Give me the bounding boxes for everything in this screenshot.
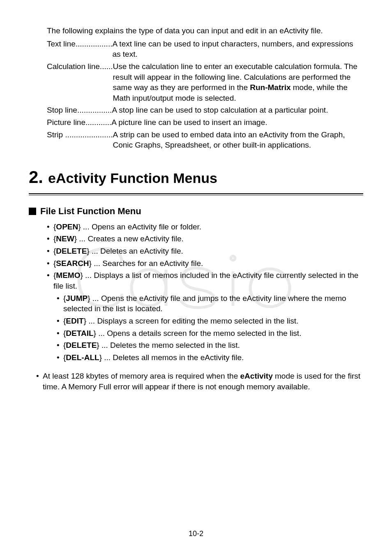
submenu-item-text: {JUMP} ... Opens the eActivity file and …	[63, 293, 363, 314]
section-heading: 2. eActivity Function Menus	[29, 169, 363, 186]
definition-row: Text line.................A text line ca…	[47, 39, 363, 60]
submenu-item: •{DEL-ALL} ... Deletes all memos in the …	[57, 352, 363, 363]
menu-item-text: {NEW} ... Creates a new eActivity file.	[53, 234, 363, 244]
page-number: 10-2	[0, 529, 392, 539]
definition-term: Stop line................	[47, 105, 112, 116]
definition-row: Strip ......................A strip can …	[47, 130, 363, 150]
bullet-icon: •	[57, 340, 63, 351]
bullet-icon: •	[47, 246, 53, 257]
bullet-icon: •	[36, 371, 43, 392]
menu-item: •{SEARCH} ... Searches for an eActivity …	[47, 258, 363, 269]
menu-item-text: {DELETE} ... Deletes an eActivity file.	[53, 246, 363, 257]
menu-item-text: {SEARCH} ... Searches for an eActivity f…	[53, 258, 363, 269]
bullet-icon: •	[57, 293, 63, 314]
menu-item: •{DELETE} ... Deletes an eActivity file.	[47, 246, 363, 257]
subsection-title: File List Function Menu	[40, 205, 141, 217]
menu-item: •{MEMO} ... Displays a list of memos inc…	[47, 270, 363, 291]
section-number: 2.	[29, 169, 43, 186]
bullet-icon: •	[47, 258, 53, 269]
submenu-item-text: {EDIT} ... Displays a screen for editing…	[63, 316, 363, 326]
definitions-block: The following explains the type of data …	[47, 25, 363, 150]
submenu-item-text: {DEL-ALL} ... Deletes all memos in the e…	[63, 352, 363, 363]
definition-description: A picture line can be used to insert an …	[111, 117, 363, 128]
menu-item: •{OPEN} ... Opens an eActivity file or f…	[47, 222, 363, 232]
bullet-icon: •	[47, 222, 53, 232]
submenu-list: •{JUMP} ... Opens the eActivity file and…	[57, 293, 363, 363]
definition-row: Picture line............A picture line c…	[47, 117, 363, 128]
submenu-item: •{JUMP} ... Opens the eActivity file and…	[57, 293, 363, 314]
definition-description: A stop line can be used to stop calculat…	[112, 105, 363, 116]
definition-row: Calculation line......Use the calculatio…	[47, 61, 363, 104]
submenu-item-text: {DETAIL} ... Opens a details screen for …	[63, 328, 363, 339]
definition-term: Strip ......................	[47, 130, 113, 150]
menu-item: •{NEW} ... Creates a new eActivity file.	[47, 234, 363, 244]
divider-thin	[29, 195, 363, 195]
menu-list: •{OPEN} ... Opens an eActivity file or f…	[47, 222, 363, 363]
square-bullet-icon	[29, 208, 36, 215]
bullet-icon: •	[57, 352, 63, 363]
definition-row: Stop line................A stop line can…	[47, 105, 363, 116]
submenu-item: •{DETAIL} ... Opens a details screen for…	[57, 328, 363, 339]
definitions-intro: The following explains the type of data …	[47, 25, 363, 36]
definition-term: Picture line............	[47, 117, 111, 128]
submenu-item-text: {DELETE} ... Deletes the memo selected i…	[63, 340, 363, 351]
definition-description: A strip can be used to embed data into a…	[113, 130, 363, 150]
subsection-heading: File List Function Menu	[29, 205, 363, 217]
section-title: eActivity Function Menus	[48, 171, 217, 186]
footnote-text: At least 128 kbytes of memory area is re…	[43, 371, 363, 392]
footnote: • At least 128 kbytes of memory area is …	[36, 371, 363, 392]
bullet-icon: •	[57, 316, 63, 326]
definition-description: A text line can be used to input charact…	[112, 39, 363, 60]
bullet-icon: •	[57, 328, 63, 339]
definition-term: Text line.................	[47, 39, 112, 60]
menu-item-text: {MEMO} ... Displays a list of memos incl…	[53, 270, 363, 291]
menu-item-text: {OPEN} ... Opens an eActivity file or fo…	[53, 222, 363, 232]
bullet-icon: •	[47, 234, 53, 244]
bullet-icon: •	[47, 270, 53, 291]
submenu-item: •{EDIT} ... Displays a screen for editin…	[57, 316, 363, 326]
divider-thick	[29, 193, 363, 194]
definition-term: Calculation line......	[47, 61, 113, 104]
submenu-item: •{DELETE} ... Deletes the memo selected …	[57, 340, 363, 351]
definition-description: Use the calculation line to enter an exe…	[113, 61, 363, 104]
